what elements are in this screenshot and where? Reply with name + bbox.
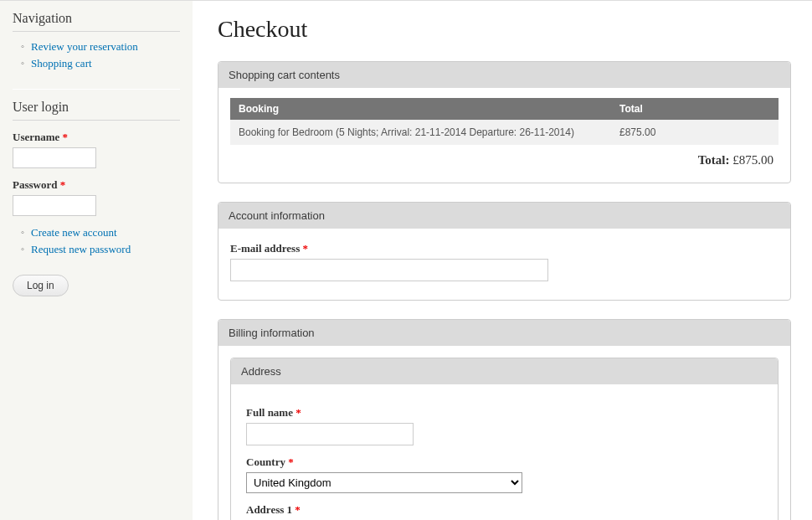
nav-link-review[interactable]: Review your reservation [31, 40, 138, 53]
address-panel-title: Address [231, 358, 778, 384]
page-title: Checkout [218, 16, 791, 43]
account-panel-title: Account information [218, 203, 790, 229]
cart-total-value: £875.00 [732, 153, 773, 167]
address1-label: Address 1 * [246, 503, 763, 517]
cart-panel-title: Shopping cart contents [218, 62, 790, 88]
email-input[interactable] [230, 259, 548, 281]
nav-title: Navigation [13, 11, 180, 32]
cart-col-total: Total [611, 98, 779, 120]
required-mark: * [63, 131, 69, 143]
login-button[interactable]: Log in [13, 275, 69, 296]
request-password-link[interactable]: Request new password [31, 243, 131, 255]
cart-cell-total: £875.00 [611, 120, 779, 145]
billing-panel-title: Billing information [218, 320, 790, 346]
country-label: Country * [246, 456, 763, 469]
fullname-label: Full name * [246, 406, 763, 420]
required-mark: * [302, 242, 308, 255]
email-label: E-mail address * [230, 242, 779, 255]
login-links: Create new account Request new password [13, 226, 180, 256]
username-field-wrap: Username * [13, 131, 180, 168]
address-panel-body: Full name * Country * United Kingdom Add… [231, 384, 778, 520]
password-label: Password * [13, 178, 180, 192]
required-mark: * [295, 503, 301, 516]
address-panel: Address Full name * Country * United Kin… [230, 358, 779, 520]
sidebar: Navigation Review your reservation Shopp… [0, 1, 193, 520]
table-row: Booking for Bedroom (5 Nights; Arrival: … [230, 120, 779, 145]
address1-field-wrap: Address 1 * [246, 503, 763, 517]
cart-total-line: Total: £875.00 [230, 145, 779, 172]
cart-panel: Shopping cart contents Booking Total Boo… [218, 61, 791, 183]
required-mark: * [288, 456, 294, 468]
billing-panel-body: Address Full name * Country * United Kin… [218, 346, 790, 520]
login-title: User login [13, 100, 180, 121]
nav-item-review: Review your reservation [21, 40, 180, 54]
nav-item-cart: Shopping cart [21, 57, 180, 70]
cart-panel-body: Booking Total Booking for Bedroom (5 Nig… [218, 88, 790, 183]
username-input[interactable] [13, 147, 96, 168]
cart-col-booking: Booking [230, 98, 611, 120]
cart-cell-booking: Booking for Bedroom (5 Nights; Arrival: … [230, 120, 611, 145]
cart-table: Booking Total Booking for Bedroom (5 Nig… [230, 98, 779, 145]
country-select[interactable]: United Kingdom [246, 472, 522, 493]
required-mark: * [60, 178, 66, 191]
nav-list: Review your reservation Shopping cart [13, 40, 180, 70]
country-field-wrap: Country * United Kingdom [246, 456, 763, 493]
login-block: User login Username * Password * Create … [13, 90, 180, 322]
password-input[interactable] [13, 195, 96, 216]
fullname-input[interactable] [246, 423, 414, 445]
password-field-wrap: Password * [13, 178, 180, 216]
email-field-wrap: E-mail address * [230, 242, 779, 281]
create-account-link[interactable]: Create new account [31, 226, 117, 239]
account-panel: Account information E-mail address * [218, 202, 791, 301]
required-mark: * [296, 406, 301, 419]
login-button-wrap: Log in [13, 275, 180, 296]
login-link-item-reset: Request new password [21, 243, 180, 256]
main-content: Checkout Shopping cart contents Booking … [218, 1, 812, 520]
username-label: Username * [13, 131, 180, 144]
cart-total-label: Total: [698, 153, 730, 167]
nav-link-cart[interactable]: Shopping cart [31, 57, 92, 70]
billing-panel: Billing information Address Full name * … [218, 319, 791, 520]
login-link-item-create: Create new account [21, 226, 180, 239]
nav-block: Navigation Review your reservation Shopp… [13, 1, 180, 90]
fullname-field-wrap: Full name * [246, 406, 763, 445]
account-panel-body: E-mail address * [218, 229, 790, 300]
